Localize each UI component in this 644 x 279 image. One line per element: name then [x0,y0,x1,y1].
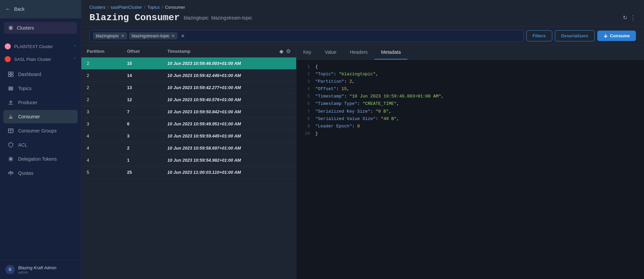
sidebar-item-acl[interactable]: ACL [3,138,78,152]
col-offset-header: Offset [127,49,167,54]
table-row[interactable]: 4 2 10 Jun 2023 10:59:58.697+01:00 AM [81,142,296,154]
sidebar-item-label-quotas: Quotas [18,170,33,176]
tab-headers[interactable]: Headers [343,45,374,59]
back-label: Back [14,6,25,12]
line-number: 1 [302,63,310,71]
tab-metadata[interactable]: Metadata [374,45,407,59]
avatar: B [5,265,15,274]
table-row[interactable]: 2 14 10 Jun 2023 10:59:42.446+01:00 AM [81,70,296,82]
line-number: 2 [302,71,310,78]
breadcrumb: Clusters / saslPlainCluster / Topics / C… [89,5,636,10]
clusters-button[interactable]: Clusters [4,22,77,34]
consume-button[interactable]: Consume [597,31,636,41]
shield-icon [7,142,14,148]
filters-button[interactable]: Filters [526,30,552,41]
cell-offset: 1 [127,158,167,163]
sidebar-item-topics[interactable]: Topics [3,82,78,95]
cluster-list: PLAINTEXT Cluster ⌃ SASL Plain Cluster ⌃ [0,40,81,66]
cell-partition: 2 [87,73,127,78]
table-row[interactable]: 2 15 10 Jun 2023 10:59:46.003+01:00 AM [81,57,296,70]
sidebar-item-consumer[interactable]: Consumer [3,110,78,123]
svg-rect-4 [8,87,13,88]
breadcrumb-cluster-name[interactable]: saslPlainCluster [111,5,142,10]
header-topic-tags: blazingtopic blazingstream-topic [184,15,252,21]
refresh-icon[interactable]: ↻ [623,14,627,21]
sidebar-item-delegation-tokens[interactable]: Delegation Tokens [3,152,78,166]
table-body: 2 15 10 Jun 2023 10:59:46.003+01:00 AM 2… [81,57,296,279]
table-row[interactable]: 4 3 10 Jun 2023 10:59:59.445+01:00 AM [81,130,296,142]
plaintext-dot [5,43,11,49]
line-content: "Leader Epoch": 0 [315,123,360,130]
header-topic2: blazingstream-topic [211,15,252,21]
sidebar-item-label-delegation-tokens: Delegation Tokens [18,156,57,162]
back-button[interactable]: ← Back [0,0,81,18]
plaintext-cluster-item[interactable]: PLAINTEXT Cluster ⌃ [0,40,81,53]
line-number: 3 [302,78,310,85]
deserializers-button[interactable]: Deserializers [555,30,595,41]
table-row[interactable]: 2 13 10 Jun 2023 10:59:42.277+01:00 AM [81,82,296,94]
breadcrumb-topics[interactable]: Topics [147,5,160,10]
code-line: 7 "Serialized Key Size": "0 B", [302,108,639,115]
tags-clear-icon[interactable]: ✕ [181,33,185,39]
more-options-icon[interactable]: ⋮ [630,14,636,22]
breadcrumb-sep3: / [162,5,163,10]
header-row: Blazing Consumer blazingtopic blazingstr… [89,12,636,23]
col-partition-header: Partition [87,49,127,54]
settings-icon[interactable]: ⚙ [286,48,291,54]
code-line: 5 "Timestamp": "10 Jun 2023 10:59:46.003… [302,93,639,100]
line-number: 8 [302,115,310,123]
table-row[interactable]: 3 7 10 Jun 2023 10:59:50.842+01:00 AM [81,106,296,118]
sidebar-item-consumer-groups[interactable]: Consumer Groups [3,124,78,137]
bookmark-icon[interactable]: ◆ [279,48,283,54]
cell-offset: 25 [127,170,167,175]
table-row[interactable]: 5 25 10 Jun 2023 11:00:03.110+01:00 AM [81,166,296,178]
table-panel: Partition Offset Timestamp ◆ ⚙ 2 15 10 J… [81,45,296,279]
cell-offset: 6 [127,121,167,126]
cell-offset: 14 [127,73,167,78]
toolbar: blazingtopic ✕ blazingstream-topic ✕ ✕ F… [81,27,644,45]
cell-offset: 2 [127,146,167,151]
tab-key[interactable]: Key [296,45,318,59]
table-row[interactable]: 3 6 10 Jun 2023 10:59:49.951+01:00 AM [81,118,296,130]
tag-label-2: blazingstream-topic [132,33,170,38]
svg-rect-6 [8,89,13,90]
cell-timestamp: 10 Jun 2023 10:59:50.842+01:00 AM [167,109,291,114]
tab-value[interactable]: Value [318,45,343,59]
list-icon [7,85,14,92]
cell-timestamp: 10 Jun 2023 10:59:54.982+01:00 AM [167,158,291,163]
table-header: Partition Offset Timestamp ◆ ⚙ [81,45,296,57]
tag-close-1[interactable]: ✕ [121,34,124,38]
sasl-cluster-item[interactable]: SASL Plain Cluster ⌃ [0,53,81,66]
sidebar-item-producer[interactable]: Producer [3,96,78,109]
code-line: 1{ [302,63,639,71]
back-arrow-icon: ← [5,6,11,12]
code-line: 8 "Serialized Value Size": "40 B", [302,115,639,123]
cell-timestamp: 10 Jun 2023 10:59:42.446+01:00 AM [167,73,291,78]
asterisk-icon [8,25,13,31]
cell-timestamp: 10 Jun 2023 10:59:42.277+01:00 AM [167,85,291,90]
nav-items: Dashboard Topics Producer Consumer Consu… [0,66,81,260]
svg-rect-1 [11,72,13,74]
sidebar-item-label-acl: ACL [18,142,27,148]
svg-rect-2 [8,75,10,77]
upload-icon [7,99,14,106]
cell-partition: 5 [87,170,127,175]
sidebar-item-dashboard[interactable]: Dashboard [3,68,78,81]
cell-partition: 2 [87,61,127,66]
sidebar-item-quotas[interactable]: Quotas [3,166,78,180]
code-line: 6 "Timestamp Type": "CREATE_TIME", [302,100,639,108]
breadcrumb-sep2: / [144,5,146,10]
table-row[interactable]: 2 12 10 Jun 2023 10:59:40.576+01:00 AM [81,94,296,106]
cell-partition: 4 [87,133,127,138]
sasl-caret-icon: ⌃ [73,57,76,62]
sasl-dot [5,56,11,62]
breadcrumb-clusters[interactable]: Clusters [89,5,106,10]
tag-close-2[interactable]: ✕ [171,34,175,38]
svg-rect-0 [8,72,10,74]
sidebar: ← Back Clusters PLAINTEXT Cluster ⌃ SASL… [0,0,81,279]
sidebar-item-label-dashboard: Dashboard [18,72,41,77]
table-row[interactable]: 4 1 10 Jun 2023 10:59:54.982+01:00 AM [81,154,296,166]
cell-timestamp: 10 Jun 2023 10:59:58.697+01:00 AM [167,146,291,151]
col-timestamp-header: Timestamp [167,49,279,54]
line-number: 5 [302,93,310,100]
